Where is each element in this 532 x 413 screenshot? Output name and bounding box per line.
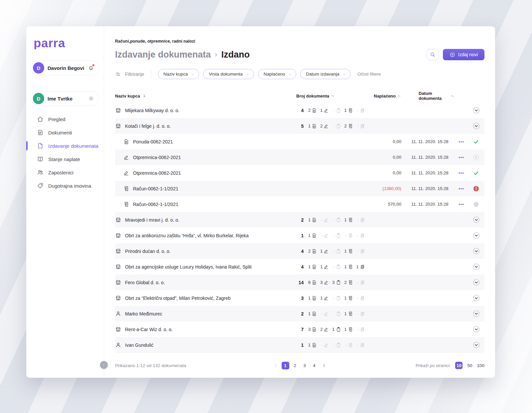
amount-value: 0,00 xyxy=(368,170,401,175)
copies-icon xyxy=(360,264,365,270)
search-button[interactable] xyxy=(427,49,439,60)
doc-count-pen: - xyxy=(320,233,332,238)
next-page-button[interactable] xyxy=(321,362,327,369)
copies-icon xyxy=(360,217,365,223)
doc-count-clipboard: - xyxy=(332,123,344,129)
sidebar-item-izdavanje-dokumenata[interactable]: Izdavanje dokumenata xyxy=(26,139,104,152)
doc-count-copies: - xyxy=(356,327,368,332)
sidebar-item-stanje-naplate[interactable]: Stanje naplate xyxy=(26,152,104,166)
home-icon xyxy=(37,116,44,122)
company-icon xyxy=(115,279,121,286)
company-card[interactable]: D Ime Tvrtke xyxy=(31,91,99,106)
row-menu-button[interactable] xyxy=(457,184,466,193)
per-page-button-10[interactable]: 10 xyxy=(455,362,463,369)
row-menu-button[interactable] xyxy=(457,137,466,146)
prev-page-button[interactable] xyxy=(273,362,279,369)
chevron-right-icon xyxy=(322,363,327,368)
customer-row[interactable]: Obrt za antikoroznu zaštitu “Hrđa”, vl. … xyxy=(115,228,484,243)
customer-row[interactable]: Fero Global d. o. o.146332- xyxy=(115,275,484,290)
page-button-3[interactable]: 3 xyxy=(301,362,309,369)
expand-row-button[interactable] xyxy=(472,279,480,286)
person-icon xyxy=(115,310,121,317)
customer-row[interactable]: Prirodni dućan d. o. o.421-1- xyxy=(115,243,484,259)
sort-icon xyxy=(397,94,401,98)
row-menu-button[interactable] xyxy=(457,153,466,162)
sidebar-item-dokumenti[interactable]: Dokumenti xyxy=(26,126,104,139)
per-page-button-50[interactable]: 50 xyxy=(467,363,472,368)
page-button-4[interactable]: 4 xyxy=(311,362,318,369)
document-row[interactable]: Otpremnica-0062-20210,0011. 11. 2020. 15… xyxy=(115,149,484,165)
row-menu-button[interactable] xyxy=(457,169,466,177)
clear-filters-button[interactable]: Očisti filtere xyxy=(357,72,381,77)
pen-icon xyxy=(123,154,129,160)
collapse-sidebar-button[interactable] xyxy=(100,361,108,369)
breadcrumb-parent[interactable]: Izdavanje dokumenata xyxy=(115,50,211,60)
customer-row[interactable]: Mlijekara Milkyway d. o. o.421-1- xyxy=(115,103,484,118)
doc-count-pen: 1 xyxy=(320,296,332,301)
customer-row[interactable]: Ivan Gundulić11---- xyxy=(115,337,484,353)
document-name: Račun-0062-1-1/2021 xyxy=(133,202,178,207)
document-row[interactable]: Ponuda-0062-20210,0011. 11. 2020. 15:28 xyxy=(115,134,484,149)
user-name: Davorin Begović xyxy=(48,65,84,71)
customer-row[interactable]: Obrt za “Električni otpad”, Milan Petrok… xyxy=(115,290,484,306)
page-button-1[interactable]: 1 xyxy=(282,362,289,369)
column-header-naplaceno[interactable]: Naplaćeno xyxy=(368,94,401,99)
document-row[interactable]: Račun-0062-1-1/2021570,0011. 11. 2020. 1… xyxy=(115,196,484,212)
expand-row-button[interactable] xyxy=(472,263,480,271)
clipboard-icon xyxy=(336,327,341,332)
status-success-icon xyxy=(473,138,479,145)
dots-horizontal-icon xyxy=(458,154,464,160)
expand-row-button[interactable] xyxy=(472,341,480,349)
expand-row-button[interactable] xyxy=(472,247,480,255)
filter-pill-datum-izdavanja[interactable]: Datum izdavanja xyxy=(300,69,351,79)
sidebar-item-zaposlenici[interactable]: Zaposlenici xyxy=(26,166,104,179)
customer-row[interactable]: Kotači i felge j. d. o. o.512-2- xyxy=(115,118,484,134)
customer-row[interactable]: Mravojedi i mravi j. d. o. o.21--1- xyxy=(115,212,484,228)
invoice-icon xyxy=(348,108,353,113)
expand-row-button[interactable] xyxy=(472,325,480,333)
customer-row[interactable]: Rent-a-Car Wiz d. o. o.73211- xyxy=(115,321,484,337)
row-menu-button[interactable] xyxy=(457,200,466,209)
doc-count-invoice: 1 xyxy=(344,296,356,301)
column-header-datum-dokumenta[interactable]: Datum dokumenta xyxy=(401,91,455,101)
customer-row[interactable]: Marko Međimurec21--1- xyxy=(115,306,484,321)
notifications-bell-icon[interactable] xyxy=(88,65,94,71)
customer-name: Mlijekara Milkyway d. o. o. xyxy=(125,108,179,113)
expand-row-button[interactable] xyxy=(472,106,480,114)
document-row[interactable]: Otpremnica-0062-20210,0011. 11. 2020. 15… xyxy=(115,165,484,181)
page-button-2[interactable]: 2 xyxy=(291,362,299,369)
new-document-button[interactable]: Izdaj novi xyxy=(443,49,484,60)
column-header-naziv-kupca[interactable]: Naziv kupca xyxy=(115,94,296,99)
customer-row[interactable]: Obrt za agencijske usluge Luxury Holiday… xyxy=(115,259,484,275)
dots-horizontal-icon xyxy=(458,139,464,145)
settings-gear-icon[interactable] xyxy=(88,96,94,102)
expand-row-button[interactable] xyxy=(472,310,480,317)
expand-row-button[interactable] xyxy=(472,294,480,302)
expand-row-button[interactable] xyxy=(472,216,480,224)
pen-icon xyxy=(123,170,129,176)
filter-pill-naplaćeno[interactable]: Naplaćeno xyxy=(258,69,297,79)
user-card[interactable]: D Davorin Begović xyxy=(31,61,99,75)
doc-count-page: 1 xyxy=(308,123,320,129)
chevron-down-circle-icon xyxy=(472,247,480,255)
per-page-button-100[interactable]: 100 xyxy=(477,363,484,368)
document-row[interactable]: Račun-0062-1-1/2021(1380,00)11. 11. 2020… xyxy=(115,181,484,196)
doc-count-invoice: 1 xyxy=(344,217,356,223)
filter-pill-vrsta-dokumenta[interactable]: Vrsta dokumenta xyxy=(203,69,254,79)
document-name: Ponuda-0062-2021 xyxy=(133,139,173,144)
sidebar-item-dugotrajna-imovina[interactable]: Dugotrajna imovina xyxy=(26,179,104,192)
expand-row-button[interactable] xyxy=(472,122,480,130)
per-page-control: Prikaži po stranici: 1050100 xyxy=(416,362,484,369)
sidebar-item-pregled[interactable]: Pregled xyxy=(26,112,104,126)
chevron-down-circle-icon xyxy=(472,232,480,239)
pen-icon xyxy=(324,217,329,223)
amount-value: 570,00 xyxy=(368,202,401,207)
filter-pill-naziv-kupca[interactable]: Naziv kupca xyxy=(158,69,200,79)
doc-count-page: 1 xyxy=(308,342,320,348)
notification-badge xyxy=(92,64,95,67)
sort-descending-icon xyxy=(142,94,147,98)
document-date: 11. 11. 2020. 15:28 xyxy=(401,170,455,175)
doc-count-invoice: - xyxy=(344,342,356,348)
expand-row-button[interactable] xyxy=(472,232,480,239)
column-header-broj-dokumenta[interactable]: Broj dokumenta xyxy=(296,94,368,99)
